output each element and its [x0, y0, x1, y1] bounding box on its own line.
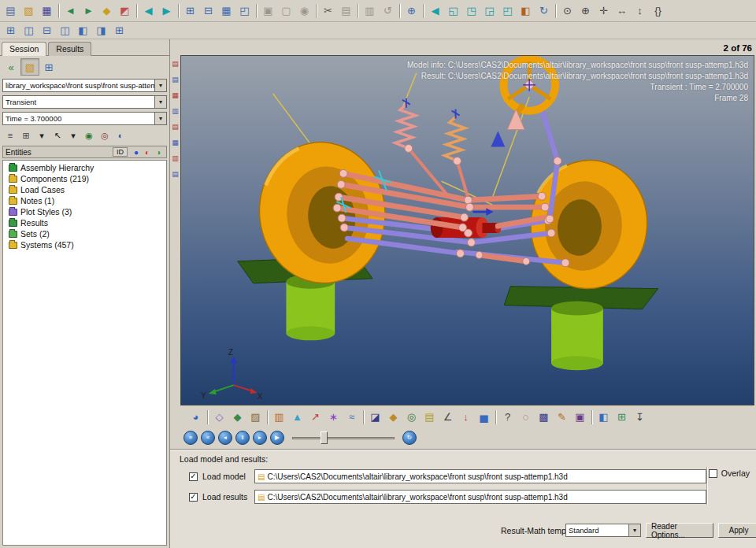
publish-session-icon[interactable]: ◆ — [98, 2, 116, 20]
result-math-template-select[interactable]: Standard — [565, 524, 641, 537]
animation-slider-handle[interactable] — [321, 431, 328, 444]
tree-item-components[interactable]: Components (219) — [3, 173, 166, 184]
time-step-select-arrow-icon[interactable] — [154, 113, 166, 124]
apply-button[interactable]: Apply — [718, 523, 756, 538]
image-plane-panel-icon[interactable]: ▣ — [571, 409, 589, 426]
right-coil-spring[interactable] — [445, 117, 465, 161]
view-refresh-icon[interactable]: ◲ — [480, 2, 498, 20]
paste-entity-icon[interactable]: ▥ — [361, 2, 379, 20]
fit-model-icon[interactable]: ◱ — [444, 2, 462, 20]
animation-slider[interactable] — [292, 431, 395, 445]
view-previous-icon[interactable]: ◀ — [426, 2, 444, 20]
deformed-panel-icon[interactable]: ≈ — [343, 409, 361, 426]
model-path-input[interactable]: ▤ C:\Users\CAS2\Documents\altair\library… — [254, 469, 706, 483]
new-session-icon[interactable]: ▤ — [2, 2, 20, 20]
select-entity-icon[interactable]: ↖ — [50, 128, 65, 143]
capture-image-icon[interactable]: ▢ — [277, 2, 295, 20]
notes-panel-icon[interactable]: ▤ — [421, 409, 439, 426]
animation-slider-track[interactable] — [292, 437, 395, 439]
tab-results[interactable]: Results — [48, 42, 91, 56]
page-layout-report-4-icon[interactable]: ▥ — [171, 106, 180, 116]
hide-mask-icon[interactable]: ◌ — [517, 409, 535, 426]
tree-item-notes[interactable]: Notes (1) — [3, 195, 166, 206]
previous-frame-icon[interactable]: ◂ — [218, 431, 232, 445]
tensor-panel-icon[interactable]: ∗ — [324, 409, 343, 426]
result-type-select[interactable]: Transient — [2, 95, 167, 109]
shaded-model-icon[interactable]: ◆ — [228, 409, 246, 426]
fit-selected-icon[interactable]: {} — [649, 2, 667, 20]
feature-lines-icon[interactable]: ▨ — [246, 409, 265, 426]
model-file-select[interactable]: library_workspace\front susp\front susp-… — [2, 79, 167, 92]
page-layout-report-8-icon[interactable]: ▤ — [171, 168, 180, 179]
tree-item-assembly-hierarchy[interactable]: Assembly Hierarchy — [3, 162, 166, 173]
rotate-view-icon[interactable]: ↻ — [535, 2, 553, 20]
open-session-icon[interactable]: ▧ — [20, 2, 38, 20]
contour-panel-icon[interactable]: ▥ — [270, 409, 288, 426]
time-step-select[interactable]: Time = 3.700000 — [2, 112, 167, 125]
search-model-icon[interactable]: ⊙ — [558, 2, 576, 20]
views-panel-icon[interactable]: ◧ — [595, 409, 613, 426]
animation-controls-icon[interactable]: ≡ — [183, 431, 198, 445]
query-panel-icon[interactable]: ? — [498, 409, 517, 426]
page-layout-report-7-icon[interactable]: ▥ — [171, 153, 180, 163]
page-layout-icon[interactable]: ▦ — [217, 2, 235, 20]
zoom-vertical-tool-icon[interactable]: ↕ — [631, 2, 649, 20]
left-coil-spring[interactable] — [395, 105, 416, 149]
animation-settings-icon[interactable]: ↻ — [402, 431, 417, 445]
edit-legend-icon[interactable]: ✎ — [553, 409, 571, 426]
window-layout-2x2-icon[interactable]: ⊞ — [110, 22, 128, 39]
suspension-3d-model[interactable]: Z Y X — [181, 56, 754, 405]
tile-pages-icon[interactable]: ◫ — [20, 22, 38, 39]
show-entity-icon[interactable]: ◉ — [81, 128, 97, 143]
page-layout-report-5-icon[interactable]: ▤ — [171, 121, 180, 131]
copy-entity-icon[interactable]: ▤ — [337, 2, 355, 20]
color-by-result-icon[interactable]: ◐ — [142, 146, 153, 157]
color-by-set-icon[interactable]: ◑ — [153, 146, 164, 157]
translate-tool-icon[interactable]: ✛ — [595, 2, 613, 20]
tree-view-icon[interactable]: ⊞ — [18, 128, 34, 143]
reader-options-button[interactable]: Reader Options... — [646, 523, 713, 538]
play-animation-icon[interactable]: ▶ — [270, 431, 284, 445]
export-file-icon[interactable]: ► — [80, 2, 98, 20]
expand-window-icon[interactable]: ◰ — [235, 2, 254, 20]
load-results-checkbox[interactable] — [189, 493, 198, 502]
zoom-tool-icon[interactable]: ⊕ — [576, 2, 595, 20]
list-view-icon[interactable]: ≡ — [2, 128, 18, 143]
window-layout-2x1-icon[interactable]: ◨ — [92, 22, 110, 39]
undo-action-icon[interactable]: ↺ — [379, 2, 397, 20]
measures-panel-icon[interactable]: ∠ — [439, 409, 457, 426]
export-model-icon[interactable]: ↧ — [631, 409, 649, 426]
section-cut-panel-icon[interactable]: ◪ — [366, 409, 384, 426]
exploded-view-panel-icon[interactable]: ◆ — [384, 409, 402, 426]
tree-item-plot-styles[interactable]: Plot Styles (3) — [3, 206, 166, 217]
load-model-checkbox[interactable] — [189, 472, 198, 481]
copy-window-icon[interactable]: ▣ — [259, 2, 277, 20]
pause-animation-icon[interactable]: ‖ — [235, 431, 250, 445]
entity-sets-panel-icon[interactable]: ⊞ — [613, 409, 631, 426]
page-layout-report-1-icon[interactable]: ▤ — [171, 58, 180, 68]
view-cube-icon[interactable]: ◧ — [517, 2, 535, 20]
tree-item-results[interactable]: Results — [3, 217, 166, 228]
results-path-input[interactable]: ▤ C:\Users\CAS2\Documents\altair\library… — [254, 490, 706, 504]
selection-mode-dropdown-icon[interactable]: ▾ — [65, 128, 81, 143]
right-wheel-pad[interactable] — [504, 287, 658, 371]
file-icon[interactable]: ▤ — [255, 493, 267, 502]
zoom-in-icon[interactable]: ⊕ — [402, 2, 421, 20]
next-frame-icon[interactable]: ▸ — [253, 431, 267, 445]
tracking-panel-icon[interactable]: ◎ — [402, 409, 421, 426]
tree-item-sets[interactable]: Sets (2) — [3, 228, 166, 239]
tree-item-load-cases[interactable]: Load Cases — [3, 184, 166, 195]
file-icon[interactable]: ▤ — [255, 472, 267, 481]
import-file-icon[interactable]: ◄ — [61, 2, 80, 20]
window-layout-1x2-icon[interactable]: ◧ — [74, 22, 92, 39]
iso-surface-panel-icon[interactable]: ▲ — [288, 409, 306, 426]
tree-item-systems[interactable]: Systems (457) — [3, 239, 166, 250]
edit-colors-icon[interactable]: ◩ — [116, 2, 134, 20]
organize-pages-icon[interactable]: ⊞ — [2, 22, 20, 39]
fbd-forces-panel-icon[interactable]: ↓ — [457, 409, 475, 426]
load-previous-model-icon[interactable]: « — [2, 58, 20, 76]
window-split-horizontal-icon[interactable]: ⊟ — [38, 22, 56, 39]
saved-views-icon[interactable]: ◰ — [498, 2, 517, 20]
color-by-component-icon[interactable]: ● — [131, 146, 142, 157]
isolate-entity-icon[interactable]: ◐ — [113, 128, 128, 143]
